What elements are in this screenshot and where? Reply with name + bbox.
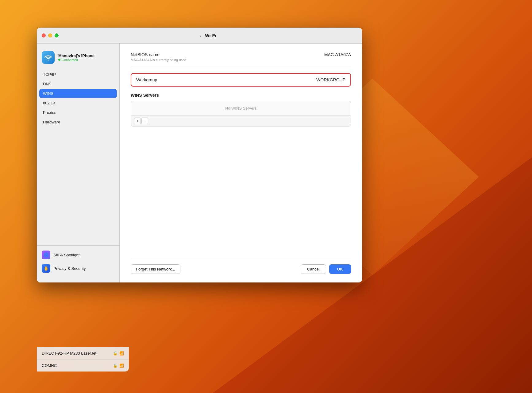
wins-section: WINS Servers No WINS Servers + − (131, 93, 351, 126)
network-status: Connected (58, 58, 94, 62)
netbios-value: MAC-A1A67A (324, 52, 351, 57)
cancel-button[interactable]: Cancel (301, 264, 326, 274)
workgroup-row[interactable]: Workgroup WORKGROUP (131, 73, 351, 87)
network-list-item[interactable]: DIRECT-92-HP M233 LaserJet 🔒 📶 (37, 347, 129, 359)
sidebar-item-privacy[interactable]: ✋ Privacy & Security (37, 262, 119, 275)
sidebar-bottom: 🌀 Siri & Spotlight ✋ Privacy & Security (37, 245, 119, 278)
workgroup-value: WORKGROUP (316, 77, 345, 82)
minimize-button[interactable] (48, 33, 52, 37)
sidebar-item-8021x[interactable]: 802.1X (39, 99, 117, 107)
siri-label: Siri & Spotlight (53, 253, 79, 257)
siri-icon: 🌀 (42, 251, 50, 259)
right-buttons: Cancel OK (301, 264, 351, 274)
maximize-button[interactable] (55, 33, 59, 37)
content-area: NetBIOS name MAC-A1A67A is currently bei… (120, 44, 362, 282)
wins-title: WINS Servers (131, 93, 351, 98)
network-list-item[interactable]: COMHC 🔒 📶 (37, 359, 129, 372)
workgroup-label: Workgroup (136, 77, 157, 82)
wins-empty-label: No WINS Servers (131, 101, 351, 116)
window-body: Manuviraj's iPhone Connected TCP/IP DNS … (37, 44, 362, 282)
wins-list-container: No WINS Servers + − (131, 101, 351, 126)
status-dot (58, 59, 60, 61)
network-item-label: COMHC (42, 363, 57, 368)
privacy-label: Privacy & Security (53, 266, 86, 271)
title-bar: ‹ Wi-Fi (37, 28, 362, 44)
lock-icon: 🔒 (113, 351, 118, 356)
netbios-row: NetBIOS name MAC-A1A67A is currently bei… (131, 52, 351, 67)
netbios-label: NetBIOS name (131, 52, 186, 57)
nav-items: TCP/IP DNS WINS 802.1X Proxies Hardware (37, 69, 119, 128)
wifi-signal-icon: 📶 (119, 351, 124, 356)
sidebar-item-hardware[interactable]: Hardware (39, 118, 117, 126)
lock-icon: 🔒 (113, 364, 118, 368)
action-buttons: Forget This Network... Cancel OK (131, 258, 351, 274)
network-item-icons: 🔒 📶 (113, 364, 124, 368)
bottom-network-list: DIRECT-92-HP M233 LaserJet 🔒 📶 COMHC 🔒 📶 (37, 347, 129, 372)
content-spacer (131, 133, 351, 252)
network-item-left: COMHC (42, 363, 57, 368)
back-button[interactable]: ‹ (199, 32, 201, 39)
sidebar: Manuviraj's iPhone Connected TCP/IP DNS … (37, 44, 120, 282)
wifi-icon (44, 53, 52, 61)
netbios-sublabel: MAC-A1A67A is currently being used (131, 58, 186, 62)
network-name: Manuviraj's iPhone (58, 53, 94, 58)
wins-add-button[interactable]: + (134, 118, 141, 124)
main-window: ‹ Wi-Fi Manuviraj's iPhone (37, 28, 362, 282)
netbios-left: NetBIOS name MAC-A1A67A is currently bei… (131, 52, 186, 62)
wifi-signal-icon: 📶 (119, 364, 124, 368)
privacy-icon: ✋ (42, 264, 50, 273)
close-button[interactable] (42, 33, 46, 37)
network-item-left: DIRECT-92-HP M233 LaserJet (42, 351, 96, 356)
ok-button[interactable]: OK (329, 264, 351, 274)
window-controls (42, 33, 59, 37)
sidebar-item-wins[interactable]: WINS (39, 89, 117, 98)
sidebar-item-proxies[interactable]: Proxies (39, 108, 117, 117)
network-info: Manuviraj's iPhone Connected (58, 53, 94, 62)
sidebar-item-tcpip[interactable]: TCP/IP (39, 70, 117, 79)
sidebar-item-siri[interactable]: 🌀 Siri & Spotlight (37, 248, 119, 262)
forget-network-button[interactable]: Forget This Network... (131, 264, 180, 274)
sidebar-item-dns[interactable]: DNS (39, 80, 117, 88)
window-title: Wi-Fi (205, 33, 216, 38)
wins-remove-button[interactable]: − (141, 118, 148, 124)
wins-list-controls: + − (131, 116, 351, 126)
network-header: Manuviraj's iPhone Connected (37, 49, 119, 69)
network-item-label: DIRECT-92-HP M233 LaserJet (42, 351, 96, 356)
network-icon (42, 51, 55, 64)
network-item-icons: 🔒 📶 (113, 351, 124, 356)
title-nav: ‹ Wi-Fi (199, 32, 216, 39)
status-label: Connected (62, 58, 78, 62)
